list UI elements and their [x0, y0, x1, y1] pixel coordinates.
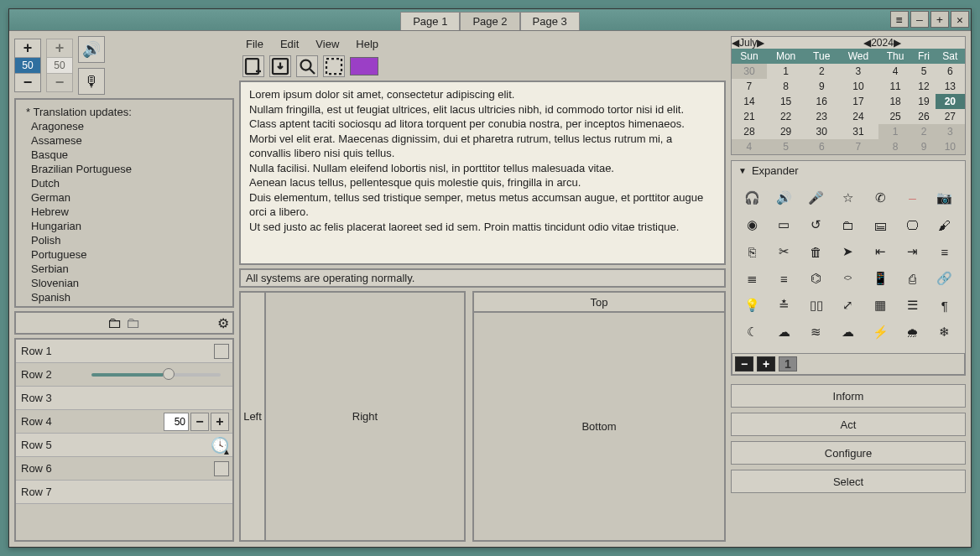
storm-icon[interactable]: ⚡: [865, 320, 895, 345]
link-icon[interactable]: 🔗: [930, 266, 960, 291]
cloud-night-icon[interactable]: ☁: [769, 320, 799, 345]
calendar-day[interactable]: 27: [936, 109, 965, 124]
act-button[interactable]: Act: [731, 413, 966, 436]
spinbox-1-down[interactable]: −: [15, 73, 40, 91]
translation-list[interactable]: * Translation updates: Aragonese Assames…: [14, 98, 234, 308]
calendar-day[interactable]: 22: [767, 109, 805, 124]
calendar-day[interactable]: 30: [732, 64, 767, 79]
configure-button[interactable]: Configure: [731, 441, 966, 465]
new-tab-icon[interactable]: [242, 55, 264, 77]
calendar-day[interactable]: 19: [912, 94, 935, 109]
history-icon[interactable]: ↺: [801, 212, 831, 237]
calendar-day[interactable]: 9: [805, 79, 838, 94]
clock-alert-icon[interactable]: 🕓▲: [211, 436, 229, 455]
star-icon[interactable]: ☆: [833, 185, 863, 210]
calendar-day[interactable]: 7: [838, 139, 878, 154]
menu-view[interactable]: View: [315, 38, 339, 50]
list-item[interactable]: Brazilian Portuguese: [26, 162, 222, 176]
calendar-day[interactable]: 31: [838, 124, 878, 139]
grid-icon[interactable]: ▦: [865, 293, 895, 318]
row-2-slider[interactable]: [91, 373, 221, 377]
microphone-icon[interactable]: 🎙: [78, 68, 105, 95]
calendar-day[interactable]: 10: [936, 139, 965, 154]
list-item[interactable]: Dutch: [26, 176, 222, 190]
calendar-day[interactable]: 30: [805, 124, 838, 139]
sliders-icon[interactable]: ≛: [769, 293, 799, 318]
select-button[interactable]: Select: [731, 470, 966, 493]
drive-icon[interactable]: 🖴: [865, 212, 895, 237]
phone-icon[interactable]: ✆: [865, 185, 895, 210]
minimize-button[interactable]: —: [910, 11, 929, 28]
row-4-plus[interactable]: +: [211, 413, 229, 431]
list-item[interactable]: Hebrew: [26, 205, 222, 219]
calendar-day[interactable]: 16: [805, 94, 838, 109]
calendar-day[interactable]: 20: [936, 94, 965, 109]
calendar-day[interactable]: 25: [878, 109, 912, 124]
row-6-checkbox[interactable]: [214, 461, 229, 476]
menu-button[interactable]: ≡: [890, 11, 909, 28]
tab-page-1[interactable]: Page 1: [400, 12, 460, 30]
list-item[interactable]: Aragonese: [26, 119, 222, 133]
spinbox-1-input[interactable]: [15, 58, 40, 73]
tab-page-3[interactable]: Page 3: [520, 12, 580, 30]
list-item[interactable]: Serbian: [26, 262, 222, 276]
indent-dec-icon[interactable]: ⇤: [865, 239, 895, 264]
list-item[interactable]: Spanish: [26, 290, 222, 304]
inform-button[interactable]: Inform: [731, 384, 966, 408]
year-next[interactable]: ▶: [894, 37, 901, 49]
color-swatch[interactable]: [350, 57, 378, 75]
copy-icon[interactable]: ⎘: [737, 239, 767, 264]
calendar-day[interactable]: 6: [936, 64, 965, 79]
calendar-day[interactable]: 24: [838, 109, 878, 124]
month-next[interactable]: ▶: [757, 37, 764, 49]
cut-icon[interactable]: ✂: [769, 239, 799, 264]
indent-inc-icon[interactable]: ⇥: [897, 239, 927, 264]
calendar-day[interactable]: 3: [936, 124, 965, 139]
spinbox-1-up[interactable]: +: [15, 39, 40, 58]
calendar-day[interactable]: 23: [805, 109, 838, 124]
location-icon[interactable]: ➤: [833, 239, 863, 264]
list-item[interactable]: Hungarian: [26, 219, 222, 233]
row-4-input[interactable]: [164, 413, 189, 431]
calendar-day[interactable]: 28: [732, 124, 767, 139]
speaker-icon[interactable]: 🔊: [78, 36, 105, 63]
pager-minus[interactable]: −: [735, 356, 753, 372]
calendar-day[interactable]: 1: [767, 64, 805, 79]
folder-icon[interactable]: 🗀: [833, 212, 863, 237]
calendar-day[interactable]: 29: [767, 124, 805, 139]
screenshot-icon[interactable]: [323, 55, 345, 77]
call-end-icon[interactable]: ⏤: [897, 185, 927, 210]
pager-page[interactable]: 1: [779, 356, 797, 372]
text-pane[interactable]: Lorem ipsum dolor sit amet, consectetur …: [239, 81, 726, 265]
spinbox-1[interactable]: + −: [14, 39, 41, 92]
calendar-day[interactable]: 21: [732, 109, 767, 124]
row-1-checkbox[interactable]: [214, 344, 229, 359]
download-icon[interactable]: [269, 55, 291, 77]
list-item[interactable]: German: [26, 190, 222, 205]
calendar-day[interactable]: 7: [732, 79, 767, 94]
align-right-icon[interactable]: ≡: [769, 266, 799, 291]
calendar-day[interactable]: 14: [732, 94, 767, 109]
fullscreen-icon[interactable]: ⤢: [833, 293, 863, 318]
calendar-day[interactable]: 9: [912, 139, 935, 154]
folder-dark-icon[interactable]: 🗀: [107, 314, 122, 332]
tab-page-2[interactable]: Page 2: [460, 12, 519, 30]
pager-plus[interactable]: +: [757, 356, 775, 372]
calendar-day[interactable]: 8: [767, 79, 805, 94]
slider-thumb[interactable]: [163, 368, 175, 380]
month-prev[interactable]: ◀: [732, 37, 739, 49]
menu-help[interactable]: Help: [356, 38, 378, 50]
calendar-day[interactable]: 10: [838, 79, 878, 94]
list-item[interactable]: Assamese: [26, 133, 222, 148]
calendar-day[interactable]: 15: [767, 94, 805, 109]
moon-icon[interactable]: ☾: [737, 320, 767, 345]
calendar-day[interactable]: 26: [912, 109, 935, 124]
calendar-day[interactable]: 11: [878, 79, 912, 94]
snow-icon[interactable]: ❄: [930, 320, 960, 345]
calendar-day[interactable]: 4: [732, 139, 767, 154]
webcam-icon[interactable]: ◉: [737, 212, 767, 237]
trash-icon[interactable]: 🗑: [801, 239, 831, 264]
list-item[interactable]: Uyghur: [26, 304, 222, 308]
list-item[interactable]: Basque: [26, 148, 222, 162]
expander-header[interactable]: ▼ Expander: [732, 161, 965, 180]
